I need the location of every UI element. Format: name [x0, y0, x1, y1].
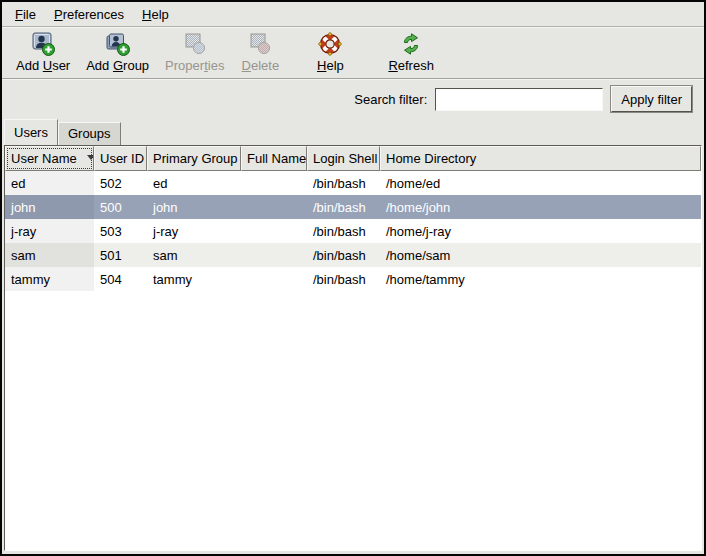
add-group-button[interactable]: Add Group — [78, 29, 157, 74]
menu-file[interactable]: File — [6, 4, 45, 25]
search-filter-row: Search filter: Apply filter — [2, 79, 704, 119]
table-row[interactable]: sam501sam/bin/bash/home/sam — [5, 243, 701, 267]
table-cell — [241, 171, 307, 195]
table-cell: /home/john — [380, 195, 701, 219]
sort-descending-icon — [87, 155, 94, 160]
table-cell: /home/ed — [380, 171, 701, 195]
table-cell: j-ray — [5, 219, 94, 243]
table-row[interactable]: j-ray503j-ray/bin/bash/home/j-ray — [5, 219, 701, 243]
search-filter-label: Search filter: — [354, 92, 427, 107]
table-cell: j-ray — [147, 219, 241, 243]
search-filter-input[interactable] — [435, 88, 603, 111]
table-cell — [241, 243, 307, 267]
table-cell: /home/j-ray — [380, 219, 701, 243]
menu-preferences[interactable]: Preferences — [45, 4, 133, 25]
table-cell: 500 — [94, 195, 147, 219]
table-cell — [241, 195, 307, 219]
menu-bar: File Preferences Help — [2, 2, 704, 27]
table-cell: 504 — [94, 267, 147, 291]
column-header-user-name[interactable]: User Name — [5, 146, 94, 171]
delete-icon — [247, 31, 273, 57]
add-group-label: Add Group — [86, 58, 149, 73]
table-cell: /bin/bash — [307, 219, 380, 243]
tab-bar: Users Groups — [2, 119, 704, 145]
table-cell: /home/tammy — [380, 267, 701, 291]
table-cell: /bin/bash — [307, 195, 380, 219]
properties-label: Properties — [165, 58, 224, 73]
table-cell: /home/sam — [380, 243, 701, 267]
tab-users[interactable]: Users — [4, 119, 58, 145]
table-row[interactable]: john500john/bin/bash/home/john — [5, 195, 701, 219]
table-header: User Name User ID Primary Group Full Nam… — [5, 146, 701, 171]
table-cell: 501 — [94, 243, 147, 267]
table-cell — [241, 267, 307, 291]
table-cell: 503 — [94, 219, 147, 243]
column-header-home-directory[interactable]: Home Directory — [380, 146, 701, 171]
apply-filter-button[interactable]: Apply filter — [611, 86, 692, 112]
group-add-icon — [105, 31, 131, 57]
user-manager-window: File Preferences Help Add User — [0, 0, 706, 556]
properties-button[interactable]: Properties — [157, 29, 232, 74]
user-add-icon — [30, 31, 56, 57]
delete-button[interactable]: Delete — [232, 29, 288, 74]
table-cell: tammy — [147, 267, 241, 291]
table-cell: 502 — [94, 171, 147, 195]
add-user-label: Add User — [16, 58, 70, 73]
table-row[interactable]: tammy504tammy/bin/bash/home/tammy — [5, 267, 701, 291]
tab-groups[interactable]: Groups — [58, 122, 121, 145]
help-buoy-icon — [317, 31, 343, 57]
add-user-button[interactable]: Add User — [8, 29, 78, 74]
table-cell: /bin/bash — [307, 267, 380, 291]
table-cell: /bin/bash — [307, 171, 380, 195]
table-cell: sam — [5, 243, 94, 267]
table-cell: ed — [5, 171, 94, 195]
column-header-user-id[interactable]: User ID — [94, 146, 147, 171]
table-body: ed502ed/bin/bash/home/edjohn500john/bin/… — [5, 171, 701, 550]
table-cell: tammy — [5, 267, 94, 291]
table-cell: /bin/bash — [307, 243, 380, 267]
table-cell: john — [5, 195, 94, 219]
column-header-full-name[interactable]: Full Name — [241, 146, 307, 171]
table-cell: ed — [147, 171, 241, 195]
table-row[interactable]: ed502ed/bin/bash/home/ed — [5, 171, 701, 195]
help-button[interactable]: Help — [302, 29, 358, 74]
menu-help[interactable]: Help — [133, 4, 178, 25]
toolbar: Add User Add Group — [2, 27, 704, 79]
refresh-label: Refresh — [388, 58, 434, 73]
table-cell: sam — [147, 243, 241, 267]
refresh-icon — [398, 31, 424, 57]
column-header-primary-group[interactable]: Primary Group — [147, 146, 241, 171]
table-cell: john — [147, 195, 241, 219]
refresh-button[interactable]: Refresh — [380, 29, 442, 74]
properties-icon — [182, 31, 208, 57]
delete-label: Delete — [242, 58, 280, 73]
users-table: User Name User ID Primary Group Full Nam… — [4, 145, 702, 551]
help-label: Help — [317, 58, 344, 73]
table-cell — [241, 219, 307, 243]
column-header-login-shell[interactable]: Login Shell — [307, 146, 380, 171]
